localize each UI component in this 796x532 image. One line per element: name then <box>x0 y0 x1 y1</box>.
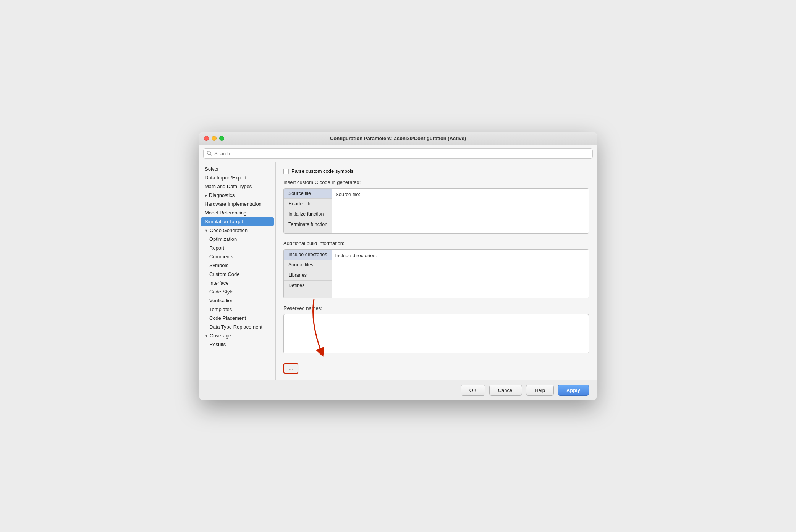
search-input-wrap[interactable] <box>203 148 593 159</box>
include-dirs-label: Include directories: <box>335 253 586 258</box>
titlebar: Configuration Parameters: asbhl20/Config… <box>199 132 597 145</box>
search-input[interactable] <box>214 151 589 156</box>
sidebar-item-simulation-target[interactable]: Simulation Target <box>201 217 274 226</box>
source-tabs-area: Source file Header file Initialize funct… <box>283 188 589 234</box>
maximize-button[interactable] <box>219 136 224 141</box>
tab-initialize-function[interactable]: Initialize function <box>284 209 332 219</box>
reserved-names-textarea[interactable] <box>285 316 587 350</box>
source-tab-panel: Source file: <box>332 189 589 233</box>
build-tabs-area: Include directories Source files Librari… <box>283 249 589 298</box>
sidebar: Solver Data Import/Export Math and Data … <box>199 162 276 380</box>
additional-build-label: Additional build information: <box>283 240 589 246</box>
tab-libraries[interactable]: Libraries <box>284 270 332 281</box>
source-tab-list: Source file Header file Initialize funct… <box>284 189 332 233</box>
sidebar-item-report[interactable]: Report <box>199 243 275 252</box>
sidebar-item-diagnostics[interactable]: ▶ Diagnostics <box>199 191 275 200</box>
source-file-panel-label: Source file: <box>335 192 586 197</box>
parse-custom-code-section: Parse custom code symbols <box>283 168 589 174</box>
sidebar-item-symbols[interactable]: Symbols <box>199 261 275 270</box>
additional-build-section: Additional build information: Include di… <box>283 240 589 298</box>
chevron-down-icon: ▼ <box>205 229 208 232</box>
sidebar-item-interface[interactable]: Interface <box>199 279 275 287</box>
sidebar-item-data-type-replacement[interactable]: Data Type Replacement <box>199 322 275 331</box>
search-icon <box>207 150 212 157</box>
sidebar-item-comments[interactable]: Comments <box>199 252 275 261</box>
build-tab-panel: Include directories: <box>332 250 589 298</box>
sidebar-item-math-data-types[interactable]: Math and Data Types <box>199 182 275 191</box>
tab-source-file[interactable]: Source file <box>284 189 332 199</box>
tab-include-dirs[interactable]: Include directories <box>284 250 332 260</box>
sidebar-item-model-referencing[interactable]: Model Referencing <box>199 208 275 217</box>
svg-line-1 <box>210 154 212 156</box>
tab-terminate-function[interactable]: Terminate function <box>284 219 332 229</box>
sidebar-item-code-generation[interactable]: ▼ Code Generation <box>199 226 275 235</box>
reserved-names-textarea-area[interactable] <box>283 314 589 353</box>
sidebar-item-solver[interactable]: Solver <box>199 164 275 173</box>
content-panel: Parse custom code symbols Insert custom … <box>276 162 597 380</box>
tab-header-file[interactable]: Header file <box>284 199 332 209</box>
include-dirs-textarea[interactable] <box>335 261 586 295</box>
main-content: Solver Data Import/Export Math and Data … <box>199 162 597 380</box>
window-title: Configuration Parameters: asbhl20/Config… <box>330 135 466 141</box>
sidebar-item-hardware-impl[interactable]: Hardware Implementation <box>199 200 275 208</box>
reserved-names-section: Reserved names: <box>283 305 589 353</box>
apply-button[interactable]: Apply <box>558 385 589 396</box>
sidebar-item-code-style[interactable]: Code Style <box>199 287 275 296</box>
chevron-down-icon-2: ▼ <box>205 334 208 338</box>
source-file-textarea[interactable] <box>335 200 586 230</box>
bottom-bar: OK Cancel Help Apply <box>199 380 597 400</box>
sidebar-item-data-import-export[interactable]: Data Import/Export <box>199 173 275 182</box>
sidebar-item-custom-code[interactable]: Custom Code <box>199 270 275 279</box>
tab-defines[interactable]: Defines <box>284 281 332 290</box>
cancel-button[interactable]: Cancel <box>489 385 522 396</box>
sidebar-item-optimization[interactable]: Optimization <box>199 235 275 243</box>
chevron-right-icon: ▶ <box>205 193 207 197</box>
build-tab-list: Include directories Source files Librari… <box>284 250 332 298</box>
sidebar-item-verification[interactable]: Verification <box>199 296 275 305</box>
search-bar <box>199 145 597 162</box>
sidebar-item-templates[interactable]: Templates <box>199 305 275 314</box>
parse-custom-code-checkbox[interactable] <box>283 169 289 174</box>
help-button[interactable]: Help <box>526 385 554 396</box>
reserved-names-label: Reserved names: <box>283 305 589 311</box>
sidebar-item-coverage[interactable]: ▼ Coverage <box>199 331 275 340</box>
close-button[interactable] <box>204 136 209 141</box>
main-window: Configuration Parameters: asbhl20/Config… <box>199 132 597 400</box>
minimize-button[interactable] <box>212 136 217 141</box>
sidebar-item-code-placement[interactable]: Code Placement <box>199 314 275 322</box>
tab-source-files[interactable]: Source files <box>284 260 332 270</box>
parse-custom-code-label: Parse custom code symbols <box>291 168 354 174</box>
traffic-lights <box>204 136 224 141</box>
insert-custom-c-section: Insert custom C code in generated: Sourc… <box>283 179 589 234</box>
ok-button[interactable]: OK <box>461 385 485 396</box>
ellipsis-section: ... <box>283 360 298 374</box>
ellipsis-button[interactable]: ... <box>283 363 298 374</box>
insert-custom-c-label: Insert custom C code in generated: <box>283 179 589 185</box>
sidebar-item-results[interactable]: Results <box>199 340 275 349</box>
